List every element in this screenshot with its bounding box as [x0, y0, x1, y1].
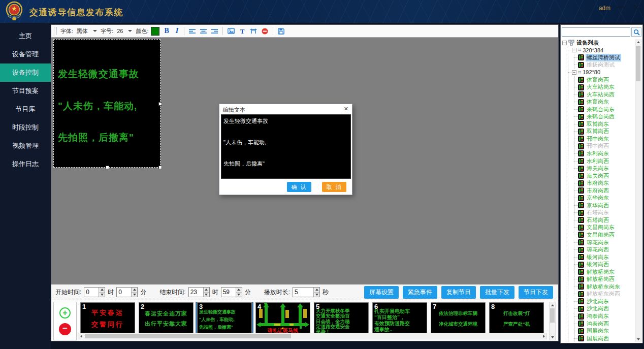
device-item[interactable]: 国展岗东	[574, 327, 635, 335]
insert-text-button[interactable]: T	[238, 28, 246, 34]
spin-down-button[interactable]	[236, 292, 242, 297]
start-minute-spinner[interactable]: 0	[116, 287, 138, 297]
close-button[interactable]: ✕	[633, 3, 640, 12]
action-button-3[interactable]: 复制节目	[441, 286, 476, 299]
spin-up-button[interactable]	[99, 288, 105, 292]
scroll-down-icon[interactable]	[635, 336, 641, 342]
device-item[interactable]: 琼花岗东	[574, 239, 635, 246]
road-sign-button[interactable]	[249, 28, 258, 34]
device-item[interactable]: 螺丝湾桥测试	[574, 54, 635, 61]
device-item[interactable]: 水利岗东	[574, 150, 635, 157]
device-item[interactable]: 琼花岗西	[574, 246, 635, 253]
font-select[interactable]: 黑体	[76, 26, 98, 36]
dialog-textarea[interactable]: 发生轻微交通事故 "人未伤，车能动, 先拍照，后撤离"	[221, 114, 351, 179]
device-item[interactable]: 国展岗西	[574, 335, 635, 342]
device-item[interactable]: 市府岗东	[574, 179, 635, 187]
search-button[interactable]	[631, 27, 641, 37]
end-minute-spinner[interactable]: 59	[221, 287, 242, 297]
action-button-4[interactable]: 批量下发	[480, 286, 514, 299]
add-program-button[interactable]: +	[59, 307, 71, 319]
bold-button[interactable]: B	[162, 27, 171, 35]
device-item[interactable]: 双博岗东	[574, 120, 635, 128]
sidebar-item-4[interactable]: 节目预案	[0, 82, 51, 100]
playlist-item-8[interactable]: 8打击改装“灯严查严处“机	[489, 302, 544, 335]
scroll-up-icon[interactable]	[635, 39, 641, 45]
playlist-item-7[interactable]: 7依法治理非标车辆净化城市交通环境	[431, 302, 486, 335]
sidebar-item-1[interactable]: 主页	[0, 27, 51, 45]
collapse-icon[interactable]: −	[562, 41, 567, 45]
sidebar-item-8[interactable]: 操作日志	[0, 155, 51, 173]
device-item[interactable]: 来鹤台岗东	[574, 106, 635, 113]
sidebar-item-6[interactable]: 时段控制	[0, 118, 51, 137]
cancel-button[interactable]: 取 消	[322, 182, 346, 192]
tree-root[interactable]: − 设备列表	[562, 39, 635, 47]
tree-group-1[interactable]: −⌗320*384	[568, 47, 635, 54]
spin-down-button[interactable]	[204, 292, 209, 297]
font-size-select[interactable]: 26	[116, 27, 133, 35]
horizontal-scrollbar[interactable]	[78, 333, 547, 339]
save-button[interactable]	[277, 28, 285, 35]
playlist-item-1[interactable]: 1平安春运交警同行	[80, 302, 135, 335]
spin-up-button[interactable]	[132, 288, 137, 292]
resize-handle-right[interactable]	[158, 102, 162, 106]
align-right-button[interactable]	[210, 28, 219, 34]
device-item[interactable]: 解放桥岗西	[574, 276, 635, 283]
playlist-item-2[interactable]: 2春运安全连万家出行平安靠大家	[139, 302, 194, 335]
device-item[interactable]: 解放桥东岗东	[574, 283, 635, 291]
playlist-item-5[interactable]: 5大力开展秋冬季交通安全整治百日会战，全力稳定道路交通安全形势！	[314, 302, 369, 335]
spin-up-button[interactable]	[314, 288, 319, 292]
align-center-button[interactable]	[199, 28, 208, 34]
insert-image-button[interactable]	[227, 28, 236, 34]
color-swatch[interactable]	[151, 27, 159, 36]
device-item[interactable]: 维扬岗测试	[574, 61, 635, 69]
device-item[interactable]: 银河岗西	[574, 261, 635, 268]
duration-spinner[interactable]: 5	[293, 287, 320, 297]
device-item[interactable]: 银河岗东	[574, 253, 635, 261]
device-item[interactable]: 来鹤台岗西	[574, 113, 635, 120]
playlist-item-4[interactable]: 4请礼让斑马线	[255, 302, 310, 335]
device-item[interactable]: 鸿泰岗东	[574, 312, 635, 320]
device-item[interactable]: 石塔岗西	[574, 216, 635, 224]
tree-scrollbar[interactable]	[635, 39, 642, 342]
minimize-button[interactable]: —	[617, 3, 625, 12]
device-item[interactable]: 鸿泰岗西	[574, 320, 635, 328]
scrollbar-thumb[interactable]	[636, 46, 640, 81]
device-item[interactable]: 体育岗东	[574, 98, 635, 106]
device-item[interactable]: 市府岗西	[574, 187, 635, 195]
device-item[interactable]: 火车站岗东	[574, 83, 635, 91]
device-item[interactable]: 海关岗西	[574, 172, 635, 180]
scroll-left-icon[interactable]	[78, 333, 84, 339]
dialog-close-icon[interactable]: ✕	[344, 106, 348, 112]
device-item[interactable]: 解放桥东岗西	[574, 291, 635, 298]
scroll-up-icon[interactable]	[550, 302, 555, 308]
search-input[interactable]	[562, 27, 630, 37]
end-hour-spinner[interactable]: 23	[188, 287, 210, 297]
italic-button[interactable]: I	[174, 27, 180, 35]
collapse-icon[interactable]: −	[572, 70, 576, 75]
spin-down-button[interactable]	[132, 292, 137, 297]
design-canvas[interactable]: 发生轻微交通事故 "人未伤，车能动, 先拍照，后撤离" 编辑文本 ✕ 发生轻微交…	[51, 38, 558, 284]
device-item[interactable]: 石塔岗东	[574, 209, 635, 217]
device-item[interactable]: 体育岗西	[574, 76, 635, 84]
spin-down-button[interactable]	[314, 292, 319, 297]
device-item[interactable]: 京华岗西	[574, 202, 635, 209]
device-item[interactable]: 邗中岗西	[574, 143, 635, 150]
spin-down-button[interactable]	[99, 292, 105, 297]
device-item[interactable]: 沙北岗东	[574, 298, 635, 305]
resize-handle-bottom[interactable]	[106, 166, 109, 169]
stop-sign-button[interactable]	[261, 28, 269, 35]
align-left-button[interactable]	[188, 28, 197, 34]
scroll-right-icon[interactable]	[541, 333, 546, 339]
spin-up-button[interactable]	[204, 288, 209, 292]
device-item[interactable]: 京华岗东	[574, 194, 635, 202]
sidebar-item-2[interactable]: 设备管理	[0, 45, 51, 64]
action-button-5[interactable]: 节目下发	[519, 286, 553, 299]
start-hour-spinner[interactable]: 0	[84, 287, 105, 297]
sidebar-item-5[interactable]: 节目库	[0, 100, 51, 118]
device-item[interactable]: 沙北岗西	[574, 305, 635, 313]
remove-program-button[interactable]: −	[59, 323, 71, 335]
device-item[interactable]: 火车站岗西	[574, 91, 635, 99]
vertical-scrollbar[interactable]	[549, 302, 556, 340]
led-text-element[interactable]: 发生轻微交通事故 "人未伤，车能动, 先拍照，后撤离"	[53, 39, 160, 168]
confirm-button[interactable]: 确 认	[287, 182, 311, 192]
